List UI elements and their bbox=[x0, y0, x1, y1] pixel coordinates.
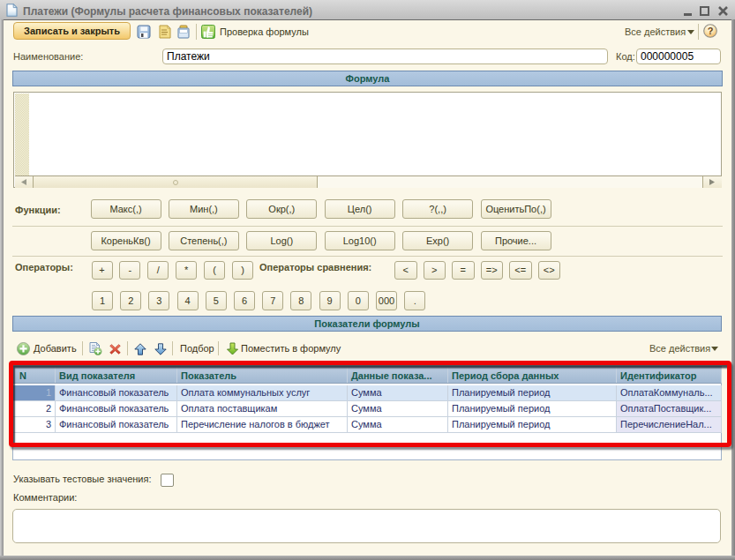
svg-text:?: ? bbox=[708, 26, 714, 36]
